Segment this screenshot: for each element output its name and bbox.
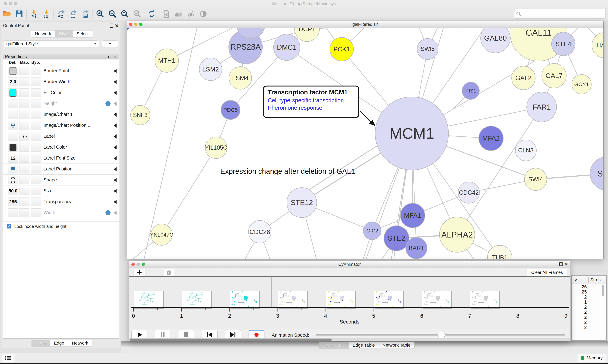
add-frame-button[interactable] — [134, 269, 145, 276]
import-table-button[interactable] — [41, 8, 52, 19]
default-value-cell[interactable] — [8, 99, 18, 108]
property-row-fill-color[interactable]: Fill Color — [3, 87, 119, 98]
mapping-cell[interactable] — [19, 66, 29, 75]
expand-property-icon[interactable] — [114, 91, 117, 95]
birdseye-view-button[interactable] — [173, 8, 184, 19]
tab-network[interactable]: Network — [68, 340, 92, 346]
slider-thumb[interactable] — [438, 331, 445, 339]
bypass-cell[interactable] — [31, 154, 41, 163]
network-node-GCY1[interactable]: GCY1 — [572, 74, 592, 94]
export-table-button[interactable] — [68, 8, 79, 19]
default-value-cell[interactable]: 12 — [8, 154, 18, 163]
zoom-in-button[interactable] — [94, 8, 106, 19]
network-node-SWI5[interactable]: SWI5 — [417, 38, 438, 60]
mapping-cell[interactable] — [19, 197, 29, 206]
mapping-cell[interactable] — [19, 88, 29, 97]
table-cell-value[interactable]: 2 — [572, 325, 600, 330]
vertical-scrollbar[interactable] — [602, 285, 604, 296]
default-value-cell[interactable]: 2.0 — [8, 78, 18, 86]
default-value-cell[interactable] — [8, 110, 18, 119]
task-history-button[interactable] — [1, 354, 15, 362]
zoom-fit-button[interactable] — [119, 8, 130, 19]
frame-thumbnail-6s[interactable] — [422, 290, 451, 308]
network-node-CDC28[interactable]: CDC28 — [248, 220, 271, 243]
network-node-STE12[interactable]: STE12 — [287, 187, 317, 218]
table-cell-value[interactable]: 2 — [572, 320, 600, 325]
bypass-cell[interactable] — [31, 78, 41, 86]
column-header-stress[interactable]: Stres — [590, 277, 601, 282]
collapse-all-icon[interactable]: » — [112, 56, 117, 58]
info-icon[interactable]: i — [105, 101, 111, 106]
skip-end-button[interactable] — [225, 330, 241, 339]
default-value-cell[interactable] — [8, 121, 18, 130]
network-node-MTH1[interactable]: MTH1 — [155, 49, 179, 73]
network-node-BAR1[interactable]: BAR1 — [405, 237, 427, 259]
bypass-cell[interactable] — [31, 197, 41, 206]
network-node-GAL7[interactable]: GAL7 — [541, 63, 567, 88]
open-session-button[interactable] — [1, 8, 13, 19]
network-snapshot-button[interactable] — [161, 8, 172, 19]
property-row-shape[interactable]: Shape — [3, 175, 119, 185]
mapping-cell[interactable] — [19, 165, 29, 173]
frame-thumbnail-1s[interactable] — [182, 290, 211, 308]
bypass-cell[interactable] — [31, 99, 41, 108]
mapping-cell[interactable] — [19, 143, 29, 152]
column-header-connectivity[interactable]: ity — [573, 277, 577, 282]
expand-property-icon[interactable] — [114, 189, 117, 193]
export-image-button[interactable] — [80, 8, 91, 19]
network-node-CDC42[interactable]: CDC42 — [458, 182, 480, 204]
annotation-link-2[interactable]: Pheromone response — [268, 104, 355, 112]
horizontal-scrollbar[interactable] — [129, 338, 570, 341]
mapping-cell[interactable]: ⋮› — [19, 132, 29, 141]
skip-start-button[interactable] — [202, 330, 218, 339]
default-value-cell[interactable] — [8, 66, 18, 75]
default-value-cell[interactable] — [8, 176, 18, 184]
search-box[interactable] — [514, 9, 606, 18]
bypass-cell[interactable] — [31, 110, 41, 119]
clear-all-frames-button[interactable]: Clear All Frames — [527, 269, 567, 276]
frame-thumbnail-0s[interactable] — [134, 290, 163, 308]
float-panel-icon[interactable] — [559, 262, 563, 266]
default-value-cell[interactable] — [8, 143, 18, 152]
network-node-LSM2[interactable]: LSM2 — [199, 58, 222, 81]
property-row-transparency[interactable]: 255Transparency — [3, 196, 119, 207]
property-row-height[interactable]: Heighti — [3, 98, 119, 109]
mapping-cell[interactable] — [19, 208, 29, 217]
default-value-cell[interactable]: 50.0 — [8, 187, 18, 195]
play-button[interactable] — [131, 330, 147, 339]
default-value-cell[interactable] — [8, 88, 18, 97]
network-node-MFA2[interactable]: MFA2 — [479, 126, 503, 151]
lock-node-size-checkbox[interactable]: ✓ — [7, 224, 11, 229]
mapping-cell[interactable] — [19, 121, 29, 130]
annotation-box[interactable]: Transcription factor MCM1 Cell-type-spec… — [263, 86, 359, 118]
save-session-button[interactable] — [14, 8, 25, 19]
mapping-cell[interactable] — [19, 176, 29, 184]
table-cell-value[interactable]: 2 — [572, 305, 600, 310]
stop-button[interactable] — [178, 330, 194, 339]
network-node-SWI4[interactable]: SWI4 — [524, 168, 547, 191]
float-panel-icon[interactable] — [110, 24, 113, 28]
property-row-label-position[interactable]: Label Position — [3, 164, 119, 175]
network-node-DMC1[interactable]: DMC1 — [273, 34, 300, 61]
pause-button[interactable] — [155, 330, 171, 339]
tab-edge-table[interactable]: Edge Table — [349, 342, 379, 349]
table-cell-value[interactable]: 26 — [572, 284, 600, 289]
style-options-button[interactable]: ▾ — [102, 40, 118, 47]
close-panel-icon[interactable]: ✕ — [565, 261, 568, 267]
table-cell-value[interactable]: 1 — [572, 299, 600, 305]
close-panel-icon[interactable]: ✕ — [115, 23, 119, 28]
network-node-STE4[interactable]: STE4 — [551, 32, 575, 56]
network-node-MFA1[interactable]: MFA1 — [400, 203, 425, 228]
annotation-link-1[interactable]: Cell-type-specific transcription — [268, 97, 355, 104]
network-node-PCK1[interactable]: PCK1 — [330, 37, 354, 61]
zoom-selected-button[interactable] — [131, 8, 143, 19]
default-value-cell[interactable] — [8, 165, 18, 173]
apply-layout-button[interactable] — [146, 8, 157, 19]
import-network-button[interactable] — [28, 8, 40, 19]
bypass-cell[interactable] — [31, 143, 41, 152]
search-input[interactable] — [522, 11, 603, 16]
expand-property-icon[interactable] — [114, 69, 117, 73]
properties-header[interactable]: Properties ▾ » » — [3, 54, 119, 59]
mapping-cell[interactable] — [19, 187, 29, 195]
table-cell-value[interactable]: 2 — [572, 294, 600, 299]
